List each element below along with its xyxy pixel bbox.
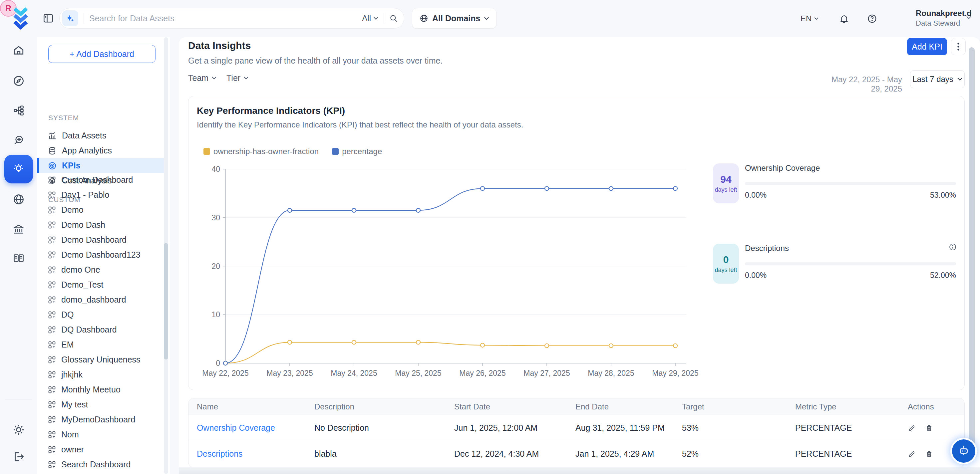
team-filter-dropdown[interactable]: Team	[188, 73, 216, 83]
kpi-name-link[interactable]: Descriptions	[197, 449, 243, 458]
dashboard-grid-plus-icon	[48, 236, 56, 244]
kpi-current-value: 0.00%	[745, 191, 767, 200]
date-range-text: May 22, 2025 - May 29, 2025	[819, 75, 902, 94]
kpi-line-chart[interactable]: 010203040May 22, 2025May 23, 2025May 24,…	[200, 164, 703, 382]
discovery-search-icon[interactable]	[0, 135, 37, 146]
days-left-badge: 0 days left	[713, 243, 739, 284]
add-dashboard-button[interactable]: + Add Dashboard	[48, 45, 156, 63]
sidebar-item-monthly-meetuo[interactable]: Monthly Meetuo	[37, 382, 164, 397]
dashboard-grid-plus-icon	[48, 371, 56, 379]
lineage-flow-icon[interactable]	[0, 105, 37, 116]
legend-item-ownership[interactable]: ownership-has-owner-fraction	[204, 147, 319, 156]
notifications-button[interactable]	[839, 0, 849, 37]
sidebar-item-dq-dashboard[interactable]: DQ Dashboard	[37, 322, 164, 337]
delete-button[interactable]	[925, 450, 933, 458]
global-search-bar: All	[59, 8, 404, 29]
search-icon[interactable]	[389, 14, 398, 23]
search-scope-dropdown[interactable]: All	[362, 14, 378, 23]
kpi-current-value: 0.00%	[745, 271, 767, 280]
sidebar-item-demo-dash[interactable]: Demo Dash	[37, 217, 164, 232]
sidebar-item-owner[interactable]: owner	[37, 442, 164, 457]
dashboard-grid-plus-icon	[48, 461, 56, 469]
sidebar-item-demo-one[interactable]: demo One	[37, 262, 164, 277]
sidebar-item-day1-pablo[interactable]: Day1 - Pablo	[37, 188, 164, 202]
chevron-down-icon[interactable]	[966, 16, 971, 19]
chevron-down-icon	[374, 17, 378, 20]
time-range-dropdown[interactable]: Last 7 days	[910, 70, 965, 88]
table-row-descriptions: DescriptionsblablaDec 12, 2024, 4:30 AMJ…	[188, 441, 964, 467]
help-button[interactable]	[867, 0, 877, 37]
legend-item-percentage[interactable]: percentage	[332, 147, 382, 156]
kpi-name-link[interactable]: Ownership Coverage	[197, 423, 275, 433]
sidebar-item-jhkjhk[interactable]: jhkjhk	[37, 367, 164, 382]
search-input[interactable]	[89, 14, 362, 23]
sidebar-item-kpis[interactable]: KPIs	[37, 158, 164, 173]
sidebar-item-data-assets[interactable]: Data Assets	[37, 128, 164, 143]
svg-text:May 28, 2025: May 28, 2025	[588, 369, 634, 377]
sidebar-item-dq[interactable]: DQ	[37, 307, 164, 322]
sidebar-item-label: EM	[61, 340, 74, 350]
time-range-label: Last 7 days	[912, 75, 953, 84]
ai-sparkle-icon[interactable]	[62, 10, 78, 26]
chatbot-button[interactable]	[952, 439, 975, 463]
sidebar-item-label: DQ Dashboard	[61, 325, 117, 334]
dashboard-grid-plus-icon	[48, 296, 56, 304]
sidebar-item-custom-dashboard[interactable]: Custom Dashboard	[37, 172, 164, 188]
tier-filter-dropdown[interactable]: Tier	[226, 73, 248, 83]
sidebar-item-glossary-uniqueness[interactable]: Glossary Uniqueness	[37, 352, 164, 367]
domain-filter-dropdown[interactable]: All Domains	[412, 8, 496, 29]
kpi-progress-bar	[745, 262, 956, 265]
sidebar-item-demo-test[interactable]: Demo_Test	[37, 277, 164, 292]
docs-book-icon[interactable]	[0, 252, 37, 264]
days-left-label: days left	[714, 267, 737, 274]
sidebar-item-em[interactable]: EM	[37, 337, 164, 352]
more-options-button[interactable]	[951, 38, 966, 55]
insights-active-tile[interactable]	[4, 155, 33, 183]
top-header: All All Domains EN R Rounakpreet.d Data …	[0, 0, 980, 37]
column-header-description: Description	[306, 402, 446, 412]
pencil-icon	[908, 450, 916, 458]
days-left-value: 94	[720, 174, 731, 185]
sidebar-item-demo-dashboard[interactable]: Demo Dashboard	[37, 232, 164, 247]
sidebar-item-demo[interactable]: Demo	[37, 202, 164, 217]
sidebar-item-search-dashboard[interactable]: Search Dashboard	[37, 457, 164, 472]
bank-icon[interactable]	[0, 223, 37, 235]
kpi-card: Key Performance Indicators (KPI) Identif…	[188, 96, 965, 390]
main-scrollbar-thumb[interactable]	[969, 47, 975, 456]
sidebar-item-demo-dashboard123[interactable]: Demo Dashboard123	[37, 247, 164, 262]
edit-button[interactable]	[908, 424, 916, 432]
kpi-target-value: 52.00%	[930, 271, 956, 280]
svg-text:40: 40	[212, 165, 220, 173]
dashboard-grid-plus-icon	[48, 401, 56, 409]
sidebar-toggle-icon[interactable]	[43, 13, 54, 24]
sidebar-item-app-analytics[interactable]: App Analytics	[37, 143, 164, 158]
sidebar-item-mydemodashboard[interactable]: MyDemoDashboard	[37, 412, 164, 427]
edit-button[interactable]	[908, 450, 916, 458]
language-selector[interactable]: EN	[800, 0, 818, 37]
sidebar-item-domo-dashboard[interactable]: domo_dashboard	[37, 292, 164, 307]
logout-icon[interactable]	[0, 451, 37, 463]
home-icon[interactable]	[0, 44, 37, 56]
sidebar-item-label: owner	[61, 445, 84, 454]
add-kpi-button[interactable]: Add KPI	[907, 38, 947, 55]
delete-button[interactable]	[925, 424, 933, 432]
svg-text:20: 20	[212, 262, 220, 270]
app-logo[interactable]	[13, 7, 30, 30]
compass-icon[interactable]	[0, 75, 37, 87]
column-header-start-date: Start Date	[446, 402, 567, 412]
globe-icon[interactable]	[0, 193, 37, 205]
robot-icon	[957, 444, 970, 458]
dashboard-grid-plus-icon	[48, 326, 56, 334]
kpi-progress-values: 0.00% 53.00%	[745, 191, 956, 200]
sidebar-item-my-test[interactable]: My test	[37, 397, 164, 412]
column-header-end-date: End Date	[567, 402, 674, 412]
sidebar-item-label: Search Dashboard	[61, 460, 130, 469]
user-menu[interactable]: Rounakpreet.d Data Steward	[916, 9, 972, 28]
sidebar-item-nom[interactable]: Nom	[37, 427, 164, 442]
cell-target: 52%	[674, 449, 787, 459]
sidebar-scrollbar-thumb[interactable]	[164, 243, 168, 359]
cell-description: No Description	[306, 423, 446, 433]
cell-start-date: Dec 12, 2024, 4:30 AM	[446, 449, 567, 459]
info-icon[interactable]	[949, 243, 957, 251]
settings-gear-icon[interactable]	[0, 423, 37, 436]
